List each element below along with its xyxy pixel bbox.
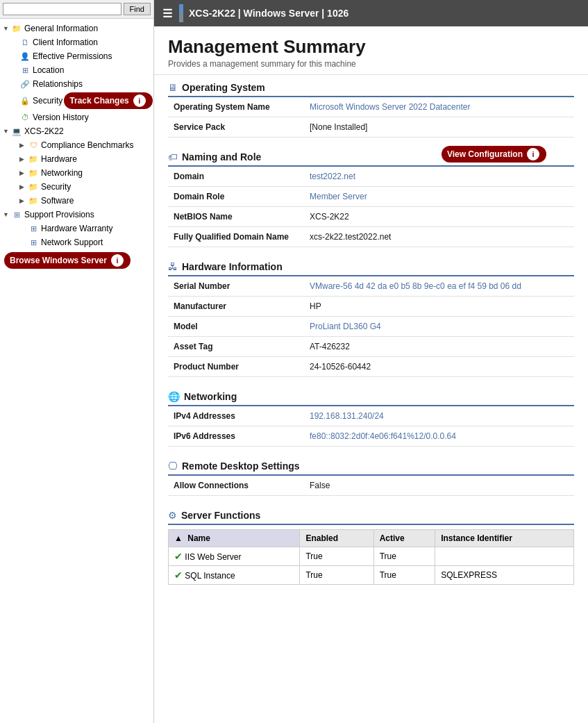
table-row: Model ProLiant DL360 G4 xyxy=(168,317,574,337)
lock-icon: 🔒 xyxy=(19,95,31,106)
sidebar-item-support-provisions[interactable]: ▼ ⊞ Support Provisions xyxy=(0,208,153,222)
folder-icon: 📁 xyxy=(28,167,39,178)
sidebar-item-label: Support Provisions xyxy=(24,210,94,219)
serial-label: Serial Number xyxy=(168,276,307,297)
model-value[interactable]: ProLiant DL360 G4 xyxy=(307,317,574,337)
table-header-row: ▲ Name Enabled Active Instance Identifie… xyxy=(169,530,574,547)
table-row: Allow Connections False xyxy=(168,476,574,496)
col-header-instance[interactable]: Instance Identifier xyxy=(435,530,574,547)
shield-icon: 🛡 xyxy=(28,140,39,151)
sidebar-item-label: XCS-2K22 xyxy=(24,126,64,136)
section-networking: 🌐 Networking IPv4 Addresses 192.168.131.… xyxy=(154,384,588,454)
table-row: Operating System Name Microsoft Windows … xyxy=(168,97,574,117)
sidebar-item-label: Effective Permissions xyxy=(33,51,112,61)
hardware-table: Serial Number VMware-56 4d 42 da e0 b5 8… xyxy=(168,276,574,377)
col-header-name[interactable]: ▲ Name xyxy=(169,530,300,547)
sidebar-item-hardware-warranty[interactable]: ⊞ Hardware Warranty xyxy=(0,222,153,235)
sidebar-item-label: Network Support xyxy=(41,238,103,247)
check-icon: ✔ xyxy=(174,551,183,562)
link-icon: 🔗 xyxy=(19,78,31,90)
track-changes-button[interactable]: Track Changes i xyxy=(64,92,152,109)
functions-table: ▲ Name Enabled Active Instance Identifie… xyxy=(168,529,574,585)
remote-table: Allow Connections False xyxy=(168,476,574,496)
person-icon: 👤 xyxy=(19,51,31,62)
function-active: True xyxy=(373,547,435,566)
service-pack-label: Service Pack xyxy=(168,117,307,138)
section-server-functions: ⚙ Server Functions ▲ Name Enabled Active… xyxy=(154,503,588,592)
sidebar-item-network-support[interactable]: ⊞ Network Support xyxy=(0,235,153,249)
arrow-icon: ▶ xyxy=(19,197,28,204)
function-name-label: SQL Instance xyxy=(185,571,235,581)
section-header-naming: 🏷 Naming and Role View Configuration i xyxy=(168,151,574,167)
ipv6-value[interactable]: fe80::8032:2d0f:4e06:f641%12/0.0.0.64 xyxy=(307,426,574,447)
ipv6-label: IPv6 Addresses xyxy=(168,426,307,447)
arrow-icon: ▶ xyxy=(19,169,28,176)
sidebar-item-security[interactable]: 🔒 Security Track Changes i xyxy=(0,91,153,110)
find-button[interactable]: Find xyxy=(124,3,151,15)
table-row: Domain Role Member Server xyxy=(168,187,574,207)
sidebar-item-location[interactable]: ⊞ Location xyxy=(0,63,153,77)
col-header-active[interactable]: Active xyxy=(373,530,435,547)
sidebar: Find ▼ 📁 General Information 🗋 Client In… xyxy=(0,0,154,723)
function-name: ✔ SQL Instance xyxy=(169,566,300,585)
browse-windows-server-label: Browse Windows Server xyxy=(10,256,107,265)
page-subtitle: Provides a management summary for this m… xyxy=(168,59,574,69)
sidebar-item-effective-permissions[interactable]: 👤 Effective Permissions xyxy=(0,49,153,63)
section-title-remote: Remote Desktop Settings xyxy=(182,460,574,472)
search-input[interactable] xyxy=(3,3,121,15)
section-header-networking: 🌐 Networking xyxy=(168,391,574,406)
table-row: Serial Number VMware-56 4d 42 da e0 b5 8… xyxy=(168,276,574,297)
browse-windows-server-button[interactable]: Browse Windows Server i xyxy=(4,252,131,269)
ipv4-value[interactable]: 192.168.131.240/24 xyxy=(307,406,574,426)
networking-icon: 🌐 xyxy=(168,391,180,402)
sidebar-item-xcs2k22[interactable]: ▼ 💻 XCS-2K22 xyxy=(0,124,153,138)
sidebar-item-software[interactable]: ▶ 📁 Software xyxy=(0,194,153,208)
arrow-icon: ▼ xyxy=(3,25,11,32)
title-bar: ☰ XCS-2K22 | Windows Server | 1026 xyxy=(154,0,588,26)
section-header-hardware: 🖧 Hardware Information xyxy=(168,261,574,276)
sidebar-item-label: Software xyxy=(41,196,74,206)
computer-icon: 💻 xyxy=(11,126,22,137)
color-bar xyxy=(179,4,183,22)
service-pack-value: [None Installed] xyxy=(307,117,574,138)
arrow-icon: ▼ xyxy=(3,211,11,218)
sidebar-item-general-information[interactable]: ▼ 📁 General Information xyxy=(0,22,153,35)
fqdn-value: xcs-2k22.test2022.net xyxy=(307,227,574,247)
os-name-value[interactable]: Microsoft Windows Server 2022 Datacenter xyxy=(307,97,574,117)
sidebar-item-xcs-security[interactable]: ▶ 📁 Security xyxy=(0,180,153,194)
function-name: ✔ IIS Web Server xyxy=(169,547,300,566)
col-header-enabled[interactable]: Enabled xyxy=(300,530,373,547)
os-icon: 🖥 xyxy=(168,82,178,93)
section-title-functions: Server Functions xyxy=(181,510,574,521)
domain-value[interactable]: test2022.net xyxy=(307,167,574,187)
sidebar-item-client-information[interactable]: 🗋 Client Information xyxy=(0,35,153,49)
os-name-label: Operating System Name xyxy=(168,97,307,117)
section-remote-desktop: 🖵 Remote Desktop Settings Allow Connecti… xyxy=(154,454,588,503)
sidebar-item-label: Security xyxy=(33,96,62,106)
hardware-icon: 🖧 xyxy=(168,261,178,272)
sidebar-item-label: Location xyxy=(33,65,64,75)
section-hardware-info: 🖧 Hardware Information Serial Number VMw… xyxy=(154,254,588,384)
page-title: Management Summary xyxy=(168,36,574,58)
clock-icon: ⏱ xyxy=(19,112,31,123)
section-header-remote: 🖵 Remote Desktop Settings xyxy=(168,460,574,476)
sidebar-item-compliance-benchmarks[interactable]: ▶ 🛡 Compliance Benchmarks xyxy=(0,138,153,152)
tree: ▼ 📁 General Information 🗋 Client Informa… xyxy=(0,19,153,274)
table-row: Service Pack [None Installed] xyxy=(168,117,574,138)
sidebar-item-label: Hardware Warranty xyxy=(41,224,113,233)
serial-value[interactable]: VMware-56 4d 42 da e0 b5 8b 9e-c0 ea ef … xyxy=(307,276,574,297)
sidebar-item-networking[interactable]: ▶ 📁 Networking xyxy=(0,166,153,180)
sidebar-item-version-history[interactable]: ⏱ Version History xyxy=(0,110,153,124)
view-configuration-button[interactable]: View Configuration i xyxy=(442,146,546,163)
grid-icon: ⊞ xyxy=(28,237,39,248)
sidebar-item-hardware[interactable]: ▶ 📁 Hardware xyxy=(0,152,153,166)
function-active: True xyxy=(373,566,435,585)
table-row: IPv4 Addresses 192.168.131.240/24 xyxy=(168,406,574,426)
sidebar-item-relationships[interactable]: 🔗 Relationships xyxy=(0,77,153,91)
domain-role-value[interactable]: Member Server xyxy=(307,187,574,207)
sidebar-item-label: Networking xyxy=(41,168,83,178)
folder-icon: 📁 xyxy=(28,195,39,206)
browse-badge-container: Browse Windows Server i xyxy=(0,249,153,272)
functions-icon: ⚙ xyxy=(168,510,177,521)
section-title-networking: Networking xyxy=(184,391,574,402)
